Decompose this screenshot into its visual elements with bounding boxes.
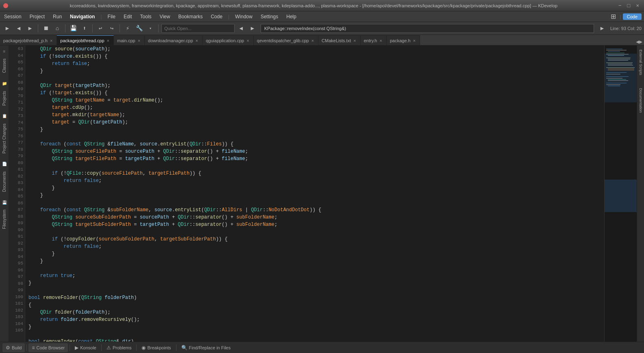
tab-close-downloadmanager-cpp[interactable]: × bbox=[195, 38, 199, 43]
status-code-browser[interactable]: ≡ Code Browser bbox=[28, 343, 68, 352]
menu-project[interactable]: Project bbox=[26, 11, 49, 22]
status-find-replace-label: Find/Replace in Files bbox=[189, 345, 231, 350]
save-button[interactable]: 💾 bbox=[68, 24, 78, 33]
home-button[interactable]: ⌂ bbox=[52, 24, 62, 33]
menu-tools[interactable]: Tools bbox=[136, 11, 156, 22]
maximize-button[interactable]: □ bbox=[626, 2, 632, 9]
filesystem-icon[interactable]: 💾 bbox=[0, 198, 9, 206]
save-all-button[interactable]: ⬆ bbox=[80, 24, 89, 33]
undo-button[interactable]: ↩ bbox=[96, 24, 105, 33]
tab-downloadmanager-cpp[interactable]: downloadmanager.cpp × bbox=[145, 35, 202, 45]
left-sidebar: ≡ Classes 📁 Projects 📋 Project Changes 📄… bbox=[0, 45, 9, 342]
back-button[interactable]: ◀ bbox=[14, 24, 24, 33]
status-build-label: Build bbox=[12, 345, 22, 350]
tab-label: main.cpp bbox=[117, 38, 135, 43]
menu-help[interactable]: Help bbox=[282, 11, 300, 22]
tab-packagejobthread-cpp[interactable]: packagejobthread.cpp × bbox=[57, 35, 114, 45]
tab-qguiapplication-cpp[interactable]: qguiapplication.cpp × bbox=[202, 35, 254, 45]
project-changes-icon[interactable]: 📋 bbox=[0, 112, 9, 120]
sidebar-item-documents[interactable]: Documents bbox=[1, 168, 7, 195]
status-sep-1 bbox=[26, 344, 27, 351]
run-config-button[interactable]: 🔧 bbox=[134, 24, 144, 33]
status-sep-5 bbox=[176, 344, 176, 351]
status-build[interactable]: ⚙ Build bbox=[2, 343, 25, 352]
problems-icon: ⚠ bbox=[107, 345, 111, 351]
tab-packagejobthread-h[interactable]: packagejobthread_p.h × bbox=[0, 35, 57, 45]
function-display: KPackage::removeIndex(const QString&) bbox=[261, 24, 594, 33]
tab-close-package-h[interactable]: × bbox=[412, 38, 416, 43]
editor-area: 63 64 65 66 67 68 69 70 71 72 73 74 75 7… bbox=[9, 45, 604, 342]
stop-button[interactable]: ⏹ bbox=[41, 24, 51, 33]
menu-view[interactable]: View bbox=[156, 11, 174, 22]
sidebar-item-projects[interactable]: Projects bbox=[1, 88, 7, 109]
classes-icon[interactable]: ≡ bbox=[0, 47, 9, 55]
grid-view-button[interactable]: ⊞ bbox=[609, 12, 618, 22]
code-editor[interactable]: QDir source(sourcePath); if (!source.exi… bbox=[25, 45, 604, 342]
sidebar-item-classes[interactable]: Classes bbox=[1, 55, 7, 76]
documents-icon[interactable]: 📄 bbox=[0, 160, 9, 168]
menu-session[interactable]: Session bbox=[0, 11, 26, 22]
nav-back-arrow[interactable]: ◀ bbox=[236, 24, 246, 33]
tab-close-qeventdispatcher-cpp[interactable]: × bbox=[311, 38, 315, 43]
svg-rect-20 bbox=[606, 78, 622, 78]
run-button[interactable]: ▶ bbox=[2, 24, 12, 33]
menu-code[interactable]: Code bbox=[207, 11, 226, 22]
tab-entry-h[interactable]: entry.h × bbox=[361, 35, 387, 45]
menu-edit[interactable]: Edit bbox=[120, 11, 136, 22]
tab-label: CMakeLists.txt bbox=[322, 38, 351, 43]
build-icon: ⚙ bbox=[6, 345, 10, 351]
menu-bar: Session Project Run Navigation | File Ed… bbox=[0, 11, 644, 22]
toolbar-sep-5 bbox=[158, 24, 159, 32]
menu-navigation[interactable]: Navigation bbox=[66, 11, 99, 22]
debug-button[interactable]: ⚡ bbox=[123, 24, 133, 33]
tab-cmakelists[interactable]: CMakeLists.txt × bbox=[318, 35, 361, 45]
menu-file[interactable]: File bbox=[104, 11, 120, 22]
sidebar-item-project-changes[interactable]: Project Changes bbox=[1, 120, 7, 157]
svg-rect-22 bbox=[608, 80, 628, 81]
svg-rect-24 bbox=[606, 84, 620, 85]
find-replace-icon: 🔍 bbox=[181, 345, 187, 351]
nav-forward-arrow[interactable]: ▶ bbox=[248, 24, 257, 33]
right-panel-documentation[interactable]: Documentation bbox=[638, 86, 644, 115]
status-problems-label: Problems bbox=[113, 345, 131, 350]
projects-icon[interactable]: 📁 bbox=[0, 80, 9, 88]
tab-qeventdispatcher-cpp[interactable]: qeventdispatcher_glib.cpp × bbox=[254, 35, 318, 45]
tab-close-qguiapplication-cpp[interactable]: × bbox=[246, 38, 250, 43]
tab-close-packagejobthread-cpp[interactable]: × bbox=[106, 38, 110, 43]
menu-window[interactable]: Window bbox=[231, 11, 257, 22]
tabs-scroll-right[interactable]: ▶ bbox=[639, 39, 642, 45]
quick-open-input[interactable] bbox=[161, 24, 235, 33]
svg-rect-8 bbox=[606, 58, 631, 58]
svg-rect-13 bbox=[608, 65, 633, 65]
right-panel-external-scripts[interactable]: External Scripts bbox=[638, 47, 644, 78]
forward-button[interactable]: ▶ bbox=[25, 24, 35, 33]
status-problems[interactable]: ⚠ Problems bbox=[103, 343, 135, 352]
code-content[interactable]: 63 64 65 66 67 68 69 70 71 72 73 74 75 7… bbox=[9, 45, 604, 342]
menu-settings[interactable]: Settings bbox=[257, 11, 282, 22]
sidebar-item-filesystem[interactable]: Filesystem bbox=[1, 206, 7, 232]
tab-close-main-cpp[interactable]: × bbox=[137, 38, 141, 43]
tab-close-cmakelists[interactable]: × bbox=[352, 38, 357, 43]
function-nav-arrow[interactable]: ▶ bbox=[597, 24, 607, 33]
tabs-scroll-left[interactable]: ◀ bbox=[636, 39, 639, 45]
tab-main-cpp[interactable]: main.cpp × bbox=[114, 35, 145, 45]
status-konsole[interactable]: ▶ Konsole bbox=[72, 343, 100, 352]
run-config-arrow[interactable]: ▾ bbox=[146, 24, 155, 33]
svg-rect-5 bbox=[606, 53, 624, 53]
minimap bbox=[604, 45, 637, 342]
close-window-button[interactable]: × bbox=[634, 2, 641, 9]
menu-bookmarks[interactable]: Bookmarks bbox=[174, 11, 207, 22]
menu-separator-1: | bbox=[99, 14, 103, 19]
status-breakpoints[interactable]: ◉ Breakpoints bbox=[138, 343, 174, 352]
status-find-replace[interactable]: 🔍 Find/Replace in Files bbox=[178, 343, 234, 352]
tab-close-packagejobthread-h[interactable]: × bbox=[49, 38, 53, 43]
code-mode-button[interactable]: Code bbox=[623, 13, 642, 20]
tab-label: packagejobthread.cpp bbox=[60, 38, 104, 43]
menu-run[interactable]: Run bbox=[49, 11, 66, 22]
tab-close-entry-h[interactable]: × bbox=[379, 38, 383, 43]
main-layout: ≡ Classes 📁 Projects 📋 Project Changes 📄… bbox=[0, 45, 644, 342]
redo-button[interactable]: ↪ bbox=[107, 24, 117, 33]
minimize-button[interactable]: − bbox=[617, 2, 623, 9]
tab-package-h[interactable]: package.h × bbox=[387, 35, 420, 45]
close-button[interactable] bbox=[3, 3, 8, 8]
